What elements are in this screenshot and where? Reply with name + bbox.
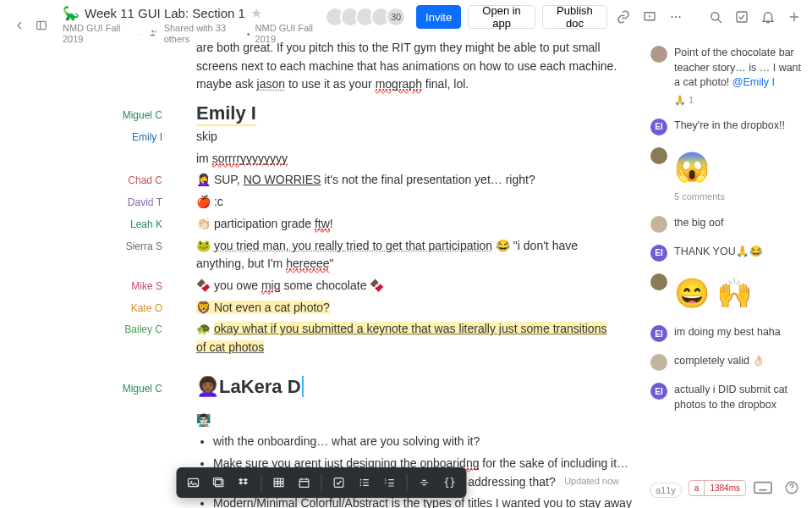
comment[interactable]: 😄🙌 bbox=[650, 273, 802, 314]
svg-point-49 bbox=[791, 490, 792, 491]
svg-rect-11 bbox=[737, 12, 747, 22]
avatar: EI bbox=[650, 325, 667, 342]
open-in-app-button[interactable]: Open in app bbox=[468, 5, 535, 29]
code-block-icon[interactable]: {} bbox=[438, 471, 462, 494]
comment[interactable]: completely valid 👌🏻 bbox=[650, 354, 802, 371]
text: you tried man, you really tried to get t… bbox=[214, 239, 492, 252]
svg-line-10 bbox=[718, 19, 721, 23]
author-label: Kate O bbox=[0, 301, 162, 317]
doc-line[interactable]: Chad C 🤦‍♀️ SUP, NO WORRIES it's not the… bbox=[0, 171, 643, 190]
text: some chocolate 🍫 bbox=[281, 279, 385, 292]
search-icon[interactable] bbox=[706, 5, 726, 29]
comment-text: the big oof bbox=[674, 216, 802, 231]
svg-rect-0 bbox=[37, 21, 47, 29]
comment-text: im doing my best haha bbox=[674, 325, 802, 340]
image-icon[interactable] bbox=[182, 471, 206, 494]
comment[interactable]: 😱 5 comments bbox=[650, 147, 802, 204]
perf-value: 1384ms bbox=[705, 481, 745, 495]
a11y-tag[interactable]: a11y bbox=[650, 483, 682, 498]
comments-count[interactable]: 5 comments bbox=[674, 190, 802, 203]
avatar bbox=[650, 216, 667, 233]
text: im bbox=[196, 152, 212, 165]
link-icon[interactable] bbox=[614, 5, 634, 29]
text: it's not the final presentation yet… rig… bbox=[321, 173, 535, 186]
text: 🐢 bbox=[196, 322, 214, 335]
text: ! bbox=[330, 217, 333, 230]
present-icon[interactable] bbox=[640, 5, 660, 29]
cursor-caret bbox=[302, 376, 304, 396]
help-icon[interactable] bbox=[780, 476, 804, 500]
dropbox-icon[interactable] bbox=[233, 471, 256, 494]
comment[interactable]: Point of the chocolate bar teacher story… bbox=[650, 46, 802, 107]
heading-text: Emily I bbox=[196, 102, 256, 126]
heading-text: LaKera D bbox=[219, 376, 301, 397]
text: mig bbox=[261, 279, 281, 292]
comments-sidebar[interactable]: Point of the chocolate bar teacher story… bbox=[643, 39, 812, 508]
presence-avatars[interactable]: 30 bbox=[325, 7, 406, 27]
avatar-overflow: 30 bbox=[386, 7, 406, 27]
insert-toolbar[interactable]: 12 {} bbox=[177, 467, 467, 498]
panel-icon[interactable] bbox=[30, 14, 52, 36]
doc-paragraph[interactable]: are both great. If you pitch this to the… bbox=[0, 39, 643, 94]
svg-text:2: 2 bbox=[385, 481, 387, 485]
bell-icon[interactable] bbox=[758, 5, 777, 29]
author-label: Emily I bbox=[0, 130, 162, 146]
doc-line[interactable]: Emily I skip bbox=[0, 128, 643, 146]
text: to use it as your bbox=[285, 77, 376, 91]
table-icon[interactable] bbox=[267, 471, 291, 494]
doc-line[interactable]: im sorrrryyyyyyyy bbox=[0, 150, 643, 168]
checkbox-icon[interactable] bbox=[327, 471, 351, 494]
gallery-icon[interactable] bbox=[207, 471, 231, 494]
svg-point-29 bbox=[360, 482, 362, 483]
numbered-list-icon[interactable]: 12 bbox=[378, 471, 402, 494]
star-icon[interactable]: ★ bbox=[250, 5, 262, 21]
list-item[interactable]: with the onboarding… what are you solvin… bbox=[213, 433, 643, 451]
svg-rect-27 bbox=[334, 478, 343, 488]
text: 👨🏻‍🏫 bbox=[196, 413, 211, 427]
mention[interactable]: @Emily I bbox=[732, 76, 775, 88]
doc-line[interactable]: David T 🍎 :c bbox=[0, 193, 643, 212]
divider-icon[interactable] bbox=[413, 471, 436, 494]
avatar bbox=[650, 273, 667, 290]
comment[interactable]: the big oof bbox=[650, 216, 802, 233]
section-heading[interactable]: Miguel C Emily I bbox=[0, 102, 643, 124]
reaction: 😱 bbox=[674, 147, 802, 188]
avatar bbox=[650, 46, 667, 63]
invite-button[interactable]: Invite bbox=[416, 5, 461, 29]
author-label: David T bbox=[0, 195, 162, 211]
text: sorrrryyyyyyyy bbox=[212, 152, 288, 165]
more-icon[interactable] bbox=[667, 5, 686, 29]
svg-rect-16 bbox=[216, 480, 223, 487]
reaction-chip[interactable]: 🙏 1 bbox=[674, 94, 802, 107]
doc-line[interactable]: Mike S 🍫 you owe mig some chocolate 🍫 bbox=[0, 277, 643, 295]
keyboard-icon[interactable] bbox=[751, 476, 775, 500]
plus-icon[interactable] bbox=[784, 5, 804, 29]
text: 🦁 Not even a cat photo? bbox=[196, 301, 330, 314]
comment[interactable]: EI actually i DID submit cat photos to t… bbox=[650, 383, 802, 412]
perf-label: a bbox=[689, 481, 705, 495]
comment[interactable]: EI im doing my best haha bbox=[650, 325, 802, 342]
doc-line[interactable]: Leah K 👏🏻 participation grade ftw! bbox=[0, 215, 643, 234]
calendar-icon[interactable] bbox=[293, 471, 316, 494]
section-heading[interactable]: Miguel C 👩🏾‍🦱LaKera D bbox=[0, 376, 643, 398]
comment[interactable]: EI THANK YOU🙏😂 bbox=[650, 245, 802, 262]
svg-rect-23 bbox=[299, 479, 309, 487]
avatar: EI bbox=[650, 383, 667, 400]
comment[interactable]: EI They're in the dropbox!! bbox=[650, 119, 802, 135]
doc-line[interactable]: Kate O 🦁 Not even a cat photo? bbox=[0, 299, 643, 318]
author-label: Mike S bbox=[0, 279, 162, 295]
perf-indicator[interactable]: a 1384ms bbox=[689, 480, 746, 496]
doc-line[interactable]: Sierra S 🐸 you tried man, you really tri… bbox=[0, 237, 643, 273]
bulleted-list-icon[interactable] bbox=[353, 471, 376, 494]
text: 🍫 you owe bbox=[196, 279, 261, 292]
text: 🍎 :c bbox=[196, 195, 223, 208]
back-button[interactable] bbox=[8, 14, 30, 36]
text: okay what if you submitted a keynote tha… bbox=[196, 322, 606, 354]
svg-point-8 bbox=[678, 16, 680, 18]
doc-title[interactable]: Week 11 GUI Lab: Section 1 bbox=[85, 6, 245, 21]
doc-line[interactable]: Bailey C 🐢 okay what if you submitted a … bbox=[0, 320, 643, 356]
text: 🤦‍♀️ SUP, bbox=[196, 173, 244, 186]
checkbox-icon[interactable] bbox=[732, 5, 751, 29]
doc-line[interactable]: 👨🏻‍🏫 bbox=[0, 411, 643, 430]
publish-button[interactable]: Publish doc bbox=[542, 5, 607, 29]
